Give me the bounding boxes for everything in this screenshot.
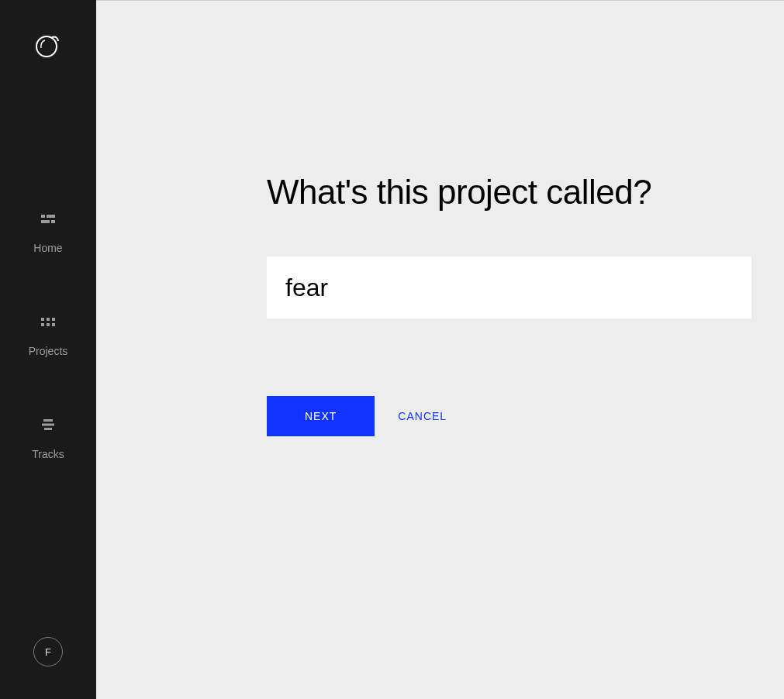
svg-rect-5 (41, 318, 44, 321)
svg-rect-4 (51, 220, 55, 223)
cancel-button[interactable]: CANCEL (398, 410, 447, 422)
avatar[interactable]: F (33, 637, 63, 666)
svg-rect-12 (42, 424, 54, 426)
nav-label: Projects (29, 345, 68, 357)
next-button[interactable]: NEXT (267, 396, 375, 436)
svg-rect-3 (41, 220, 50, 223)
svg-rect-13 (44, 428, 52, 430)
list-icon (39, 415, 57, 434)
svg-rect-9 (47, 323, 50, 326)
nav-label: Tracks (32, 448, 64, 460)
app-logo[interactable] (34, 31, 62, 62)
page-title: What's this project called? (267, 173, 751, 212)
svg-rect-10 (52, 323, 55, 326)
nav-item-projects[interactable]: Projects (29, 312, 68, 357)
nav-item-home[interactable]: Home (33, 209, 62, 254)
svg-rect-11 (43, 419, 53, 422)
sidebar: Home Projects (0, 0, 96, 699)
form-container: What's this project called? NEXT CANCEL (267, 173, 751, 436)
svg-rect-6 (47, 318, 50, 321)
nav-list: Home Projects (29, 209, 68, 637)
nav-item-tracks[interactable]: Tracks (32, 415, 64, 460)
avatar-initial: F (45, 646, 51, 658)
project-name-input[interactable] (267, 257, 751, 319)
svg-rect-8 (41, 323, 44, 326)
nav-label: Home (33, 242, 62, 254)
svg-point-0 (36, 36, 57, 57)
svg-rect-7 (52, 318, 55, 321)
svg-rect-2 (47, 215, 55, 218)
dashboard-icon (39, 209, 57, 228)
main-content: What's this project called? NEXT CANCEL (96, 0, 784, 699)
svg-rect-1 (41, 215, 45, 218)
grid-icon (39, 312, 57, 331)
button-row: NEXT CANCEL (267, 396, 751, 436)
